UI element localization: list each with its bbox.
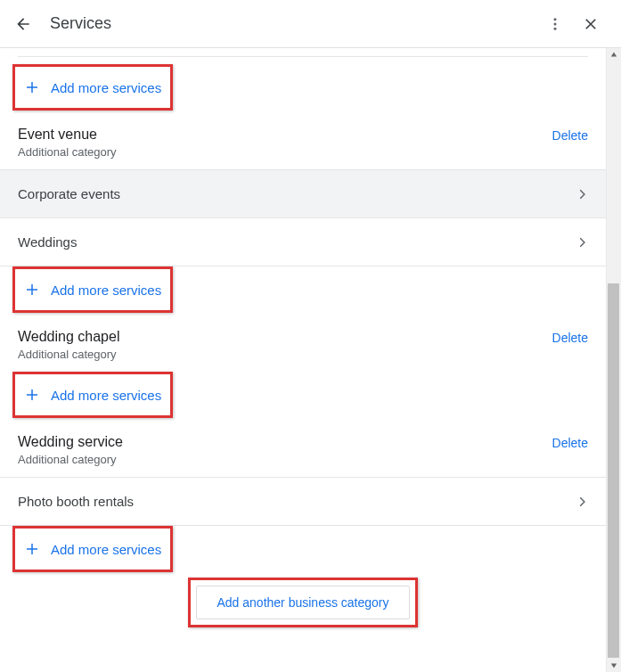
svg-point-2 <box>554 27 557 29</box>
service-label: Weddings <box>18 234 576 250</box>
content-area: Add more services Event venue Additional… <box>0 48 606 672</box>
back-arrow-icon[interactable] <box>12 13 34 35</box>
delete-category-link[interactable]: Delete <box>552 436 588 450</box>
add-business-category-button[interactable]: Add another business category <box>196 586 409 619</box>
add-more-label: Add more services <box>51 80 161 95</box>
chevron-right-icon <box>576 236 588 249</box>
plus-icon <box>24 79 40 95</box>
category-header-event-venue: Event venue Additional category Delete <box>0 111 606 170</box>
add-more-services-link[interactable]: Add more services <box>20 67 165 108</box>
svg-point-1 <box>554 22 557 25</box>
close-icon[interactable] <box>573 6 609 42</box>
add-more-label: Add more services <box>51 542 161 557</box>
highlight-box: Add more services <box>12 266 173 313</box>
service-label: Photo booth rentals <box>18 494 576 509</box>
add-more-services-link[interactable]: Add more services <box>20 269 165 310</box>
highlight-box: Add more services <box>12 372 173 418</box>
scrollbar-thumb[interactable] <box>608 283 619 658</box>
category-name: Wedding chapel <box>18 329 552 345</box>
plus-icon <box>24 282 40 298</box>
add-more-services-link[interactable]: Add more services <box>20 374 165 415</box>
delete-category-link[interactable]: Delete <box>552 128 588 143</box>
add-more-label: Add more services <box>51 388 161 403</box>
service-label: Corporate events <box>18 186 576 201</box>
service-row-photo-booth[interactable]: Photo booth rentals <box>0 478 606 526</box>
plus-icon <box>24 387 40 403</box>
add-more-label: Add more services <box>51 283 161 298</box>
service-row-weddings[interactable]: Weddings <box>0 218 606 266</box>
vertical-scrollbar[interactable] <box>606 48 621 672</box>
category-sub: Additional category <box>18 145 552 159</box>
highlight-box: Add more services <box>12 64 173 111</box>
category-name: Wedding service <box>18 434 552 450</box>
overflow-menu-icon[interactable] <box>537 6 573 42</box>
category-sub: Additional category <box>18 348 552 361</box>
page-title: Services <box>50 14 537 33</box>
highlight-box: Add another business category <box>188 578 417 627</box>
category-header-wedding-service: Wedding service Additional category Dele… <box>0 418 606 478</box>
chevron-right-icon <box>576 188 588 201</box>
plus-icon <box>24 541 40 557</box>
service-row-corporate-events[interactable]: Corporate events <box>0 170 606 218</box>
add-more-services-link[interactable]: Add more services <box>20 529 165 570</box>
partial-row-divider <box>18 48 588 57</box>
top-bar: Services <box>0 0 621 48</box>
scroll-down-arrow-icon[interactable] <box>607 660 621 672</box>
category-header-wedding-chapel: Wedding chapel Additional category Delet… <box>0 313 606 372</box>
chevron-right-icon <box>576 496 588 508</box>
delete-category-link[interactable]: Delete <box>552 331 588 345</box>
highlight-box: Add more services <box>12 526 173 572</box>
scroll-up-arrow-icon[interactable] <box>607 48 621 61</box>
category-name: Event venue <box>18 127 552 143</box>
category-sub: Additional category <box>18 453 552 466</box>
svg-point-0 <box>554 18 557 20</box>
